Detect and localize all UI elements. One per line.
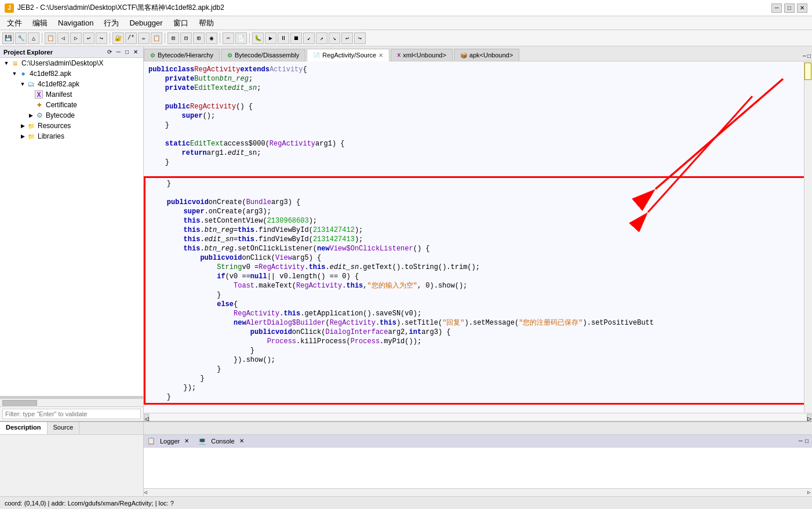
minimize-button[interactable]: ─: [771, 3, 782, 13]
tab-description[interactable]: Description: [0, 422, 48, 434]
toolbar-tool6[interactable]: ↩: [83, 32, 94, 44]
bottom-panel-controls[interactable]: ─ □: [799, 438, 809, 444]
tree-item-root[interactable]: ▼ 🖥 C:\Users\admin\Desktop\X: [0, 58, 143, 68]
tree-item-manifest[interactable]: X Manifest: [0, 89, 143, 100]
apk2-icon: 🗂: [27, 80, 36, 88]
tab-label-apk: apk<Unbound>: [469, 52, 513, 59]
tab-bytecode-hierarchy[interactable]: ⚙ Bytecode/Hierarchy: [144, 49, 220, 61]
code-editor[interactable]: public class RegActivity extends Activit…: [144, 61, 812, 413]
console-close[interactable]: ✕: [239, 438, 244, 444]
panel-controls[interactable]: ⟳ ─ □ ✕: [105, 48, 140, 56]
code-line-20: this.btn_reg.setOnClickListener(new View…: [150, 244, 806, 253]
bottom-hscroll[interactable]: ◁ ▷: [144, 488, 812, 496]
toolbar-debug6[interactable]: ↗: [316, 32, 327, 44]
tab-close-src[interactable]: ✕: [378, 52, 383, 59]
menu-navigation[interactable]: Navigation: [53, 16, 98, 30]
editor-hscroll-left[interactable]: ◁: [144, 414, 149, 421]
toolbar-tool8[interactable]: 🔐: [112, 32, 124, 44]
menu-edit[interactable]: 编辑: [28, 16, 52, 30]
main-container: Project Explorer ⟳ ─ □ ✕ ▼ 🖥 C:\Users\ad…: [0, 46, 812, 509]
code-line-11: }: [148, 158, 807, 167]
bottom-panels: 📋 Logger ✕ 💻 Console ✕ ─ □ ◁: [0, 435, 812, 496]
left-hscroll-thumb[interactable]: [2, 400, 37, 406]
toolbar-debug5[interactable]: ↙: [303, 32, 315, 44]
tree-item-apk2[interactable]: ▼ 🗂 4c1def82.apk: [0, 79, 143, 89]
tab-ctrl-max[interactable]: □: [807, 53, 811, 60]
toolbar-save[interactable]: 💾: [2, 32, 14, 44]
left-hscroll[interactable]: [0, 398, 143, 406]
code-line-35: });: [150, 383, 806, 392]
menu-file[interactable]: 文件: [2, 16, 27, 30]
window-controls[interactable]: ─ □ ✕: [771, 3, 807, 13]
editor-vscroll[interactable]: [804, 61, 812, 413]
toolbar-debug1[interactable]: 🐛: [252, 32, 264, 44]
tab-xml[interactable]: X xml<Unbound>: [391, 49, 453, 61]
title-text: JEB2 - C:\Users\admin\Desktop\XCTF\黑客精神\…: [17, 3, 224, 13]
toolbar-debug7[interactable]: ↘: [329, 32, 340, 44]
filter-input[interactable]: [2, 409, 141, 419]
toolbar-tool1[interactable]: 🔧: [15, 32, 27, 44]
tab-label-bh: Bytecode/Hierarchy: [158, 52, 213, 59]
editor-hscroll-right[interactable]: ▷: [807, 414, 811, 421]
title-bar: J JEB2 - C:\Users\admin\Desktop\XCTF\黑客精…: [0, 0, 812, 16]
tree-item-certificate[interactable]: ✦ Certificate: [0, 100, 143, 110]
tab-bytecode-disassembly[interactable]: ⚙ Bytecode/Disassembly: [221, 49, 305, 61]
panel-minimize-btn[interactable]: ─: [115, 48, 122, 56]
toolbar-tool2[interactable]: △: [28, 32, 39, 44]
tree-item-apk1[interactable]: ▼ ● 4c1def82.apk: [0, 68, 143, 79]
editor-vscroll-thumb[interactable]: [804, 63, 811, 80]
close-button[interactable]: ✕: [797, 3, 807, 13]
toolbar-cut[interactable]: ✂: [223, 32, 234, 44]
panel-sync-btn[interactable]: ⟳: [105, 48, 114, 56]
menu-window[interactable]: 窗口: [169, 16, 193, 30]
panel-close-btn[interactable]: ✕: [132, 48, 140, 56]
toolbar-tool7[interactable]: ↪: [96, 32, 107, 44]
bp-min[interactable]: ─: [799, 438, 803, 444]
tree-item-bytecode[interactable]: ▶ ⚙ Bytecode: [0, 110, 143, 121]
tree-item-resources[interactable]: ▶ 📁 Resources: [0, 121, 143, 131]
toolbar-tool12[interactable]: ⊟: [180, 32, 192, 44]
code-line-3: private EditText edit_sn;: [148, 83, 807, 93]
code-line-7: }: [148, 121, 807, 130]
toolbar-debug3[interactable]: ⏸: [278, 32, 289, 44]
console-icon: 💻: [198, 437, 206, 445]
bottom-hscroll-right[interactable]: ▷: [807, 489, 812, 496]
code-line-12: [148, 167, 807, 176]
bp-max[interactable]: □: [805, 438, 809, 444]
toolbar-debug2[interactable]: ▶: [265, 32, 276, 44]
tab-ctrl-min[interactable]: ─: [803, 53, 806, 60]
tree-item-libraries[interactable]: ▶ 📁 Libraries: [0, 131, 143, 141]
logger-close[interactable]: ✕: [184, 438, 189, 444]
code-line-25: }: [150, 290, 806, 300]
cert-icon: ✦: [35, 101, 44, 109]
toolbar-tool9[interactable]: /*: [125, 32, 137, 44]
toolbar-tool3[interactable]: 📋: [45, 32, 56, 44]
menu-action[interactable]: 行为: [99, 16, 123, 30]
toolbar-copy[interactable]: 📄: [235, 32, 247, 44]
toolbar-tool11[interactable]: 📋: [151, 32, 162, 44]
right-bottom-panel: 📋 Logger ✕ 💻 Console ✕ ─ □ ◁: [144, 435, 812, 496]
maximize-button[interactable]: □: [784, 3, 795, 13]
toolbar-debug4[interactable]: ⏹: [290, 32, 302, 44]
editor-hscroll[interactable]: ◁ ▷: [144, 413, 812, 421]
toolbar-tool10[interactable]: ✏: [138, 32, 150, 44]
toolbar-tool4[interactable]: ◁: [57, 32, 69, 44]
toolbar-tool14[interactable]: ◉: [206, 32, 217, 44]
toolbar-debug9[interactable]: ↪: [354, 32, 366, 44]
toolbar-debug8[interactable]: ↩: [341, 32, 353, 44]
tab-source[interactable]: Source: [48, 422, 80, 434]
tab-source[interactable]: 📄 RegActivity/Source ✕: [307, 49, 389, 61]
tab-controls[interactable]: ─ □: [802, 52, 812, 61]
menu-debugger[interactable]: Debugger: [125, 16, 167, 30]
bottom-hscroll-left[interactable]: ◁: [144, 489, 148, 496]
toolbar-grid[interactable]: ⊞: [168, 32, 179, 44]
panel-maximize-btn[interactable]: □: [123, 48, 130, 56]
code-line-9: static EditText access$000(RegActivity a…: [148, 139, 807, 148]
tab-apk[interactable]: 📦 apk<Unbound>: [454, 49, 519, 61]
bytecode-icon: ⚙: [35, 111, 44, 119]
left-bottom-content: [0, 435, 143, 496]
menu-help[interactable]: 帮助: [194, 16, 219, 30]
toolbar-tool13[interactable]: ⊞: [193, 32, 205, 44]
tree-arrow-resources: ▶: [19, 123, 27, 129]
toolbar-tool5[interactable]: ▷: [70, 32, 82, 44]
